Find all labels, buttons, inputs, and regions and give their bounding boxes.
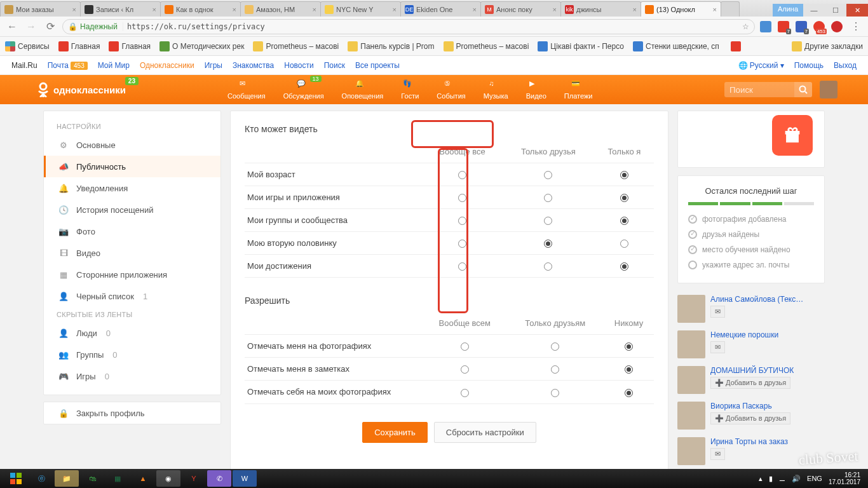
ok-nav-item[interactable]: 🔔Оповещения [342,79,384,100]
ok-nav-item[interactable]: ⑤События [437,79,465,100]
radio-option[interactable] [620,217,628,225]
task-yandex[interactable]: Y [182,470,206,487]
tray-up-icon[interactable]: ▴ [759,475,763,483]
sidebar-item[interactable]: 👤Черный список1 [44,285,220,307]
radio-option[interactable] [461,389,469,397]
mr-lang[interactable]: 🌐 Русский ▾ [738,61,784,70]
tab-close-icon[interactable]: × [553,6,557,13]
mr-ok[interactable]: Одноклассники [140,61,194,70]
other-bookmarks[interactable]: Другие закладки [792,41,863,51]
ok-nav-item[interactable]: ♫Музыка [484,79,508,100]
bookmark-item[interactable]: Панель курсів | Prom [348,41,434,51]
friend-message-button[interactable]: ✉ [710,341,725,353]
tray-lang[interactable]: ENG [807,475,822,482]
ext-icon[interactable]: 7 [778,21,789,32]
ext-adblock-icon[interactable] [831,21,843,32]
bookmark-item[interactable]: О Методических рек [159,41,244,51]
ok-nav-item[interactable]: 💳Платежи [564,79,593,100]
browser-tab[interactable]: Как в однок× [160,1,241,17]
nav-reload[interactable]: ⟳ [43,20,57,34]
browser-tab[interactable]: Мои заказы× [0,1,81,17]
sidebar-item[interactable]: 📣Публичность [44,156,220,177]
mr-mymir[interactable]: Мой Мир [98,61,130,70]
friend-avatar[interactable] [677,366,705,394]
radio-option[interactable] [544,240,552,248]
window-close[interactable]: ✕ [846,4,868,17]
sidebar-item[interactable]: 🔔Уведомления [44,177,220,199]
sidebar-hidden-item[interactable]: 🎮Игры0 [44,365,220,387]
friend-name[interactable]: Виорика Паскарь [710,402,790,410]
friend-name[interactable]: ДОМАШНИЙ БУТИЧОК [710,366,794,375]
star-icon[interactable]: ☆ [737,22,754,31]
tray-battery-icon[interactable]: ▮ [769,475,773,483]
friend-add-button[interactable]: ➕ Добавить в друзья [710,412,790,424]
sidebar-hidden-item[interactable]: 👤Люди0 [44,322,220,344]
tab-close-icon[interactable]: × [473,6,477,13]
radio-option[interactable] [544,171,552,179]
task-word[interactable]: W [233,470,257,487]
radio-option[interactable] [458,194,466,202]
bookmark-item[interactable]: Prometheus – масові [253,41,339,51]
ok-nav-item[interactable]: 💬Обсуждения13 [283,79,324,100]
sidebar-item[interactable]: ⚙Основные [44,134,220,156]
friend-avatar[interactable] [677,437,705,465]
bookmark-item[interactable]: Prometheus – масові [444,41,529,51]
radio-option[interactable] [620,171,628,179]
radio-option[interactable] [458,262,466,271]
ok-nav-item[interactable]: 👣Гости [401,79,419,100]
ext-icon[interactable] [760,21,771,32]
save-button[interactable]: Сохранить [362,422,428,443]
radio-option[interactable] [551,342,559,351]
sidebar-item[interactable]: 🎞Видео [44,242,220,264]
bookmark-item[interactable]: Главная [109,41,151,51]
ext-icon[interactable]: 7 [796,21,807,32]
friend-message-button[interactable]: ✉ [710,306,725,318]
nav-forward[interactable]: → [24,20,38,34]
nav-back[interactable]: ← [5,20,19,34]
close-profile-button[interactable]: 🔒Закрыть профиль [44,402,220,424]
radio-option[interactable] [544,262,552,271]
browser-tab[interactable]: MАнонс поку× [480,1,561,17]
ok-nav-item[interactable]: ✉Сообщения [227,79,266,100]
start-button[interactable] [4,470,28,487]
mr-dating[interactable]: Знакомства [233,61,274,70]
radio-option[interactable] [461,365,469,374]
user-avatar[interactable] [820,81,837,98]
friend-avatar[interactable] [677,330,705,358]
task-store[interactable]: 🛍 [80,470,104,487]
mr-search[interactable]: Поиск [324,61,345,70]
mr-help[interactable]: Помощь [794,61,824,70]
tab-close-icon[interactable]: × [713,6,717,13]
sidebar-item[interactable]: 📷Фото [44,220,220,242]
browser-tab[interactable]: DEEkiden One× [400,1,481,17]
chrome-menu[interactable]: ⋮ [849,20,863,34]
tray-volume-icon[interactable]: 🔊 [792,475,801,483]
friend-add-button[interactable]: ➕ Добавить в друзья [710,377,790,389]
tab-close-icon[interactable]: × [153,6,156,13]
radio-option[interactable] [620,194,628,202]
bookmark-item[interactable]: Стенки шведские, сп [633,41,719,51]
browser-tab[interactable]: Амазон, НМ× [240,1,321,17]
sidebar-item[interactable]: 🕓История посещений [44,199,220,220]
mr-games[interactable]: Игры [205,61,222,70]
tab-close-icon[interactable]: × [633,6,637,13]
radio-option[interactable] [625,365,633,374]
radio-option[interactable] [458,217,466,225]
ok-nav-item[interactable]: ▶Видео [526,79,546,100]
friend-message-button[interactable]: ✉ [710,448,725,460]
browser-tab[interactable]: (13) Однокл× [641,1,721,17]
tray-clock[interactable]: 16:21 17.01.2017 [829,471,864,485]
radio-option[interactable] [625,389,633,397]
gift-banner[interactable] [677,111,825,168]
window-minimize[interactable]: — [803,4,825,17]
apps-button[interactable]: Сервисы [5,41,50,51]
radio-option[interactable] [625,342,633,351]
friend-avatar[interactable] [677,295,705,323]
bookmark-youtube[interactable] [731,41,741,51]
browser-tab[interactable]: NYC New Y× [320,1,401,17]
tray-network-icon[interactable]: ⚊ [779,475,785,483]
tab-close-icon[interactable]: × [313,6,316,13]
ext-icon[interactable]: 453 [813,21,825,32]
ok-logo[interactable]: одноклассники 23 [37,82,126,97]
mr-news[interactable]: Новости [284,61,313,70]
